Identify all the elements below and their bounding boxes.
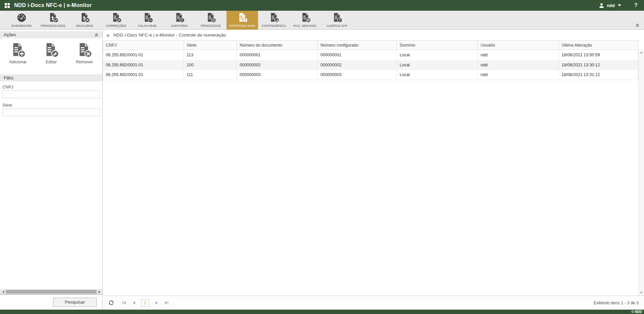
cell-ultima-alteracao: 18/08/2021 13:30:12 xyxy=(559,60,638,70)
cell-dominio: Local xyxy=(397,60,478,70)
table-container: CNPJ Série Número do documento Número co… xyxy=(103,40,644,296)
document-upload-check-icon xyxy=(48,12,58,23)
cell-num-doc: 000000002 xyxy=(237,60,318,70)
action-label: Remover xyxy=(76,60,93,64)
cell-dominio: Local xyxy=(397,50,478,60)
last-page-icon xyxy=(164,301,169,305)
toolbar-item-contingencia[interactable]: CONTINGÊNCIA xyxy=(258,11,290,29)
user-name: ndd xyxy=(607,3,615,8)
document-chart-icon xyxy=(269,12,279,23)
toolbar-item-dashboard[interactable]: DASHBOARD xyxy=(6,11,37,29)
toolbar-item-auditoria[interactable]: AUDITORIA xyxy=(163,11,195,29)
main-panel: « NDD i-Docs NFC-e | e-Monitor - Control… xyxy=(103,30,644,310)
scroll-left-arrow-icon[interactable] xyxy=(1,290,5,294)
column-header-numero-configurado[interactable]: Número configurado xyxy=(318,41,397,50)
sidebar-horizontal-scrollbar[interactable] xyxy=(0,289,102,294)
actions-header-label: Ações xyxy=(4,32,16,37)
numbering-table: CNPJ Série Número do documento Número co… xyxy=(103,40,638,80)
serie-input[interactable] xyxy=(2,109,100,116)
toolbar-item-label: PAG. SEM DOC. xyxy=(293,24,317,27)
document-warning-icon xyxy=(332,12,342,23)
help-icon[interactable]: ? xyxy=(633,2,639,8)
cell-usuario: ndd xyxy=(478,50,559,60)
cell-cnpj: 06.255.692/0001-01 xyxy=(103,60,184,70)
document-add-icon xyxy=(10,42,26,58)
column-header-cnpj[interactable]: CNPJ xyxy=(103,41,184,50)
actions-row: Adicionar Editar Remover xyxy=(0,38,102,70)
collapse-actions-icon[interactable] xyxy=(94,33,99,37)
table-row[interactable]: 06.255.692/0001-01 111 000000003 0000000… xyxy=(103,70,638,80)
cell-ultima-alteracao: 18/08/2021 13:50:59 xyxy=(559,50,638,60)
refresh-icon xyxy=(108,300,114,306)
page-input[interactable] xyxy=(141,299,149,307)
column-header-ultima-alteracao[interactable]: Última Alteração xyxy=(559,41,638,50)
column-header-dominio[interactable]: Domínio xyxy=(397,41,478,50)
last-page-button[interactable] xyxy=(162,299,170,307)
column-header-numero-documento[interactable]: Número do documento xyxy=(237,41,318,50)
scrollbar-thumb[interactable] xyxy=(6,290,97,294)
refresh-button[interactable] xyxy=(107,299,115,307)
cell-dominio: Local xyxy=(397,70,478,80)
column-header-usuario[interactable]: Usuário xyxy=(478,41,559,50)
toolbar-item-label: CONTINGÊNCIA xyxy=(262,24,286,27)
pesquisar-button[interactable]: Pesquisar xyxy=(53,298,97,307)
document-edit-icon xyxy=(111,12,121,23)
cell-cnpj: 06.255.692/0001-01 xyxy=(103,70,184,80)
table-vertical-scrollbar[interactable] xyxy=(638,50,644,296)
next-page-icon xyxy=(154,301,159,305)
toolbar-collapse-button[interactable] xyxy=(635,22,640,28)
next-page-button[interactable] xyxy=(152,299,160,307)
table-row[interactable]: 06.255.692/0001-01 100 000000002 0000000… xyxy=(103,60,638,70)
document-gear-icon xyxy=(206,12,216,23)
first-page-button[interactable] xyxy=(120,299,128,307)
editar-button[interactable]: Editar xyxy=(35,42,68,64)
cnpj-label: CNPJ xyxy=(2,85,100,89)
toolbar-item-label: INVÁLIDOS xyxy=(76,24,93,27)
page-title: NDD i-Docs NFC-e | e-Monitor - Controle … xyxy=(113,33,226,38)
scroll-up-arrow-icon[interactable] xyxy=(640,52,643,53)
cell-num-doc: 000000003 xyxy=(237,70,318,80)
toolbar-item-label: ALERTAS SAT xyxy=(327,24,348,27)
toolbar-item-label: CONTROLE NUM. xyxy=(229,24,256,27)
prev-page-button[interactable] xyxy=(130,299,138,307)
main-toolbar: DASHBOARD PROCESSADOS INVÁLIDOS CORREÇÕE… xyxy=(0,11,644,30)
toolbar-item-processos[interactable]: PROCESSOS xyxy=(195,11,227,29)
pagination-bar: Exibindo itens 1 - 3 de 3 xyxy=(103,296,644,310)
toolbar-item-label: FALHA NUM. xyxy=(138,24,157,27)
app-title: NDD i-Docs NFC-e | e-Monitor xyxy=(14,2,92,8)
adicionar-button[interactable]: Adicionar xyxy=(1,42,35,64)
toolbar-item-pag-sem-doc[interactable]: PAG. SEM DOC. xyxy=(290,11,321,29)
prev-page-icon xyxy=(132,301,136,305)
cell-usuario: ndd xyxy=(478,70,559,80)
toolbar-item-invalidos[interactable]: INVÁLIDOS xyxy=(69,11,100,29)
sidebar: Ações Adicionar Editar xyxy=(0,30,103,310)
scroll-right-arrow-icon[interactable] xyxy=(97,290,102,294)
action-label: Adicionar xyxy=(9,60,27,64)
filter-header-label: Filtro xyxy=(4,75,13,80)
toolbar-item-correcoes[interactable]: CORREÇÕES xyxy=(100,11,132,29)
toolbar-item-alertas-sat[interactable]: ALERTAS SAT xyxy=(321,11,353,29)
app-grid-icon[interactable] xyxy=(5,3,10,8)
toolbar-item-falha-num[interactable]: FALHA NUM. xyxy=(132,11,163,29)
document-info-icon xyxy=(174,12,185,23)
user-menu[interactable]: ndd xyxy=(599,3,621,8)
cell-num-conf: 000000002 xyxy=(318,60,397,70)
cnpj-input[interactable] xyxy=(2,90,100,98)
cell-serie: 113 xyxy=(184,50,237,60)
collapse-sidebar-icon[interactable]: « xyxy=(106,32,110,38)
cell-ultima-alteracao: 18/08/2021 13:31:12 xyxy=(559,70,638,80)
toolbar-item-processados[interactable]: PROCESSADOS xyxy=(37,11,69,29)
table-row[interactable]: 06.255.692/0001-01 113 000000001 0000000… xyxy=(103,50,638,60)
toolbar-item-controle-num[interactable]: CONTROLE NUM. xyxy=(227,11,258,29)
cell-num-conf: 000000001 xyxy=(318,50,397,60)
cell-num-conf: 000000003 xyxy=(318,70,397,80)
action-label: Editar xyxy=(46,60,57,64)
filter-panel-header: Filtro xyxy=(0,74,102,81)
serie-label: Série xyxy=(2,103,100,108)
toolbar-item-label: AUDITORIA xyxy=(170,24,188,27)
remover-button[interactable]: Remover xyxy=(68,42,101,64)
scroll-down-arrow-icon[interactable] xyxy=(640,292,643,294)
cell-serie: 100 xyxy=(184,60,237,70)
column-header-serie[interactable]: Série xyxy=(184,41,237,50)
toolbar-item-label: CORREÇÕES xyxy=(106,24,126,27)
